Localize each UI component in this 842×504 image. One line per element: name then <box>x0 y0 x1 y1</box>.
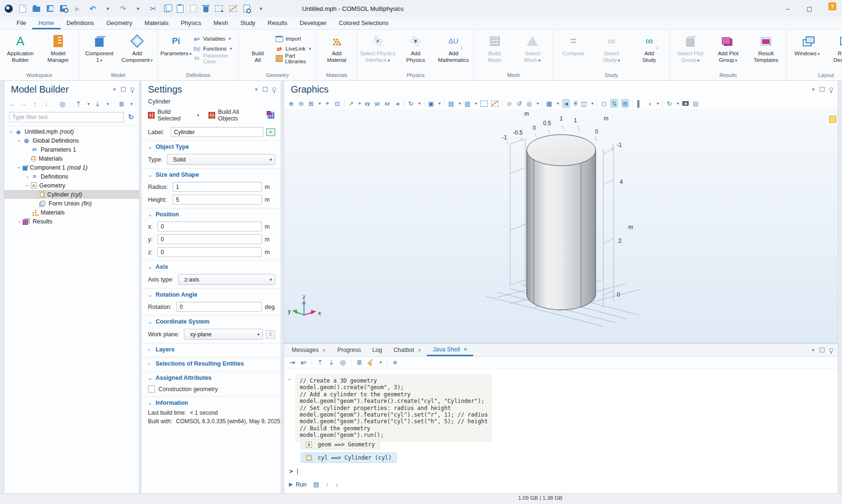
menu-results[interactable]: Results <box>261 17 294 29</box>
tree-chevron-icon[interactable]: › <box>25 182 30 189</box>
save-find-icon[interactable] <box>60 5 67 12</box>
maximize-button[interactable]: ▢ <box>799 0 820 17</box>
tree-item-geometry[interactable]: ›Geometry <box>4 181 139 190</box>
line-list-icon[interactable] <box>356 359 363 366</box>
undo-icon[interactable] <box>88 4 97 13</box>
tab-progress[interactable]: Progress <box>331 344 366 356</box>
next-command-icon[interactable]: ↓ <box>335 481 339 488</box>
zoom-in-icon[interactable] <box>288 100 295 107</box>
chevron-down-icon[interactable]: ▾ <box>459 101 461 106</box>
work-plane-icon[interactable] <box>266 330 275 339</box>
hide-icon[interactable] <box>506 100 512 107</box>
menu-mesh[interactable]: Mesh <box>208 17 234 29</box>
ribbon-livelink[interactable]: LiveLink▾ <box>276 44 314 53</box>
pin-panel-icon[interactable] <box>828 86 834 92</box>
refresh-icon[interactable] <box>128 113 134 121</box>
menu-definitions[interactable]: Definitions <box>61 17 100 29</box>
sync-icon[interactable] <box>666 100 673 107</box>
show-icon[interactable] <box>59 100 66 108</box>
deselect-box-icon[interactable] <box>229 5 237 12</box>
chevron-down-icon[interactable] <box>104 4 112 13</box>
pin-panel-icon[interactable] <box>130 86 135 92</box>
play-icon[interactable] <box>73 4 82 13</box>
axis-type-select[interactable]: z-axis▾ <box>178 274 275 285</box>
ribbon-add-component[interactable]: AddComponent▾ <box>119 33 156 65</box>
ribbon-windows[interactable]: Windows▾ <box>789 33 825 58</box>
scene-box-icon[interactable] <box>546 100 553 107</box>
close-icon[interactable]: ✕ <box>322 348 326 353</box>
palette-icon[interactable] <box>646 100 652 107</box>
open-file-icon[interactable] <box>33 7 40 12</box>
ribbon-reset-desktop[interactable]: ResetDesktop▾ <box>826 33 842 65</box>
zoom-selected-icon[interactable] <box>334 100 341 107</box>
build-selected-button[interactable]: Build Selected <box>157 109 193 122</box>
rotate-sel-icon[interactable] <box>516 100 522 107</box>
view-xy-icon[interactable] <box>364 100 371 107</box>
snapshot-icon[interactable] <box>682 101 689 106</box>
var-names-icon[interactable] <box>300 359 307 366</box>
menu-developer[interactable]: Developer <box>294 17 333 29</box>
clear-icon[interactable] <box>367 359 374 366</box>
close-icon[interactable]: ✕ <box>463 347 467 352</box>
section-assigned-attributes[interactable]: ⌄Assigned Attributes <box>141 371 281 384</box>
image-settings-icon[interactable] <box>464 100 471 107</box>
section-rotation-angle[interactable]: ⌄Rotation Angle <box>141 288 281 300</box>
ribbon-compute[interactable]: Compute <box>555 33 592 58</box>
expand-all-icon[interactable] <box>95 100 101 108</box>
chevron-down-icon[interactable]: ▾ <box>359 101 361 106</box>
prev-command-icon[interactable]: ↑ <box>326 481 329 488</box>
menu-materials[interactable]: Materials <box>139 17 175 29</box>
height-field[interactable] <box>173 195 262 205</box>
float-panel-icon[interactable] <box>820 87 825 92</box>
tab-messages[interactable]: Messages✕ <box>286 344 331 356</box>
menu-file[interactable]: File <box>10 17 32 29</box>
build-preceding-icon[interactable] <box>268 112 274 119</box>
ribbon-parameters[interactable]: Parameters▾ <box>160 33 192 58</box>
construction-geometry-checkbox[interactable] <box>148 385 155 393</box>
pin-panel-icon[interactable] <box>828 347 834 353</box>
chevron-down-icon[interactable]: ▾ <box>418 101 421 106</box>
tree-item-results[interactable]: ›Results <box>4 217 139 226</box>
zoom-box-icon[interactable] <box>308 100 314 107</box>
run-icon[interactable]: ▶ <box>289 481 293 487</box>
tree-item-parameters-1[interactable]: Parameters 1 <box>4 145 139 154</box>
axis-ind-icon[interactable] <box>610 99 618 108</box>
plot-settings-icon[interactable] <box>448 100 454 107</box>
ribbon-model-manager[interactable]: ModelManager <box>40 33 77 64</box>
move-down-icon[interactable] <box>43 100 50 108</box>
menu-colored-selections[interactable]: Colored Selections <box>333 17 395 29</box>
run-button[interactable]: Run <box>295 481 306 488</box>
java-shell-content[interactable]: ⌄ // Create a 3D geometrymodel.geom().cr… <box>284 368 838 495</box>
forward-icon[interactable] <box>20 100 27 108</box>
chevron-down-icon[interactable]: ▾ <box>537 101 539 106</box>
float-panel-icon[interactable] <box>121 87 126 92</box>
build-all-objects-button[interactable]: Build All Objects <box>218 109 258 122</box>
tree-chevron-icon[interactable]: › <box>17 137 22 144</box>
ribbon-import[interactable]: Import <box>276 34 314 43</box>
ribbon-variables[interactable]: Variables▾ <box>193 34 236 43</box>
grid-icon[interactable] <box>621 99 629 108</box>
chevron-down-icon[interactable]: ▾ <box>87 102 90 106</box>
ribbon-functions[interactable]: Functions▾ <box>193 44 236 53</box>
ribbon-select-study[interactable]: SelectStudy▾ <box>593 33 630 65</box>
tree-item-materials[interactable]: Materials <box>4 208 139 217</box>
panel-menu-icon[interactable]: ▾ <box>810 347 816 353</box>
tree-item-materials[interactable]: Materials <box>4 154 139 163</box>
chevron-down-icon[interactable]: ▾ <box>380 360 382 365</box>
view-xz-icon[interactable] <box>384 100 391 107</box>
menu-geometry[interactable]: Geometry <box>100 17 139 29</box>
show-icon[interactable] <box>339 359 346 366</box>
scene-camera-icon[interactable] <box>394 100 400 107</box>
ribbon-add-plot-group[interactable]: Add PlotGroup▾ <box>710 33 747 65</box>
tree-chevron-icon[interactable]: › <box>16 219 23 224</box>
chevron-down-icon[interactable]: ▾ <box>657 101 659 106</box>
x-field[interactable] <box>157 222 262 231</box>
work-plane-select[interactable]: xy-plane▾ <box>184 329 263 340</box>
ribbon-add-material[interactable]: AddMaterial <box>318 33 355 64</box>
collapse-all-icon[interactable] <box>317 359 323 366</box>
chevron-down-icon[interactable]: ▾ <box>591 101 594 106</box>
menu-home[interactable]: Home <box>32 17 60 29</box>
section-selections[interactable]: ›Selections of Resulting Entities <box>141 357 281 369</box>
rotate-icon[interactable] <box>408 100 414 107</box>
tree-item-global-definitions[interactable]: ›Global Definitions <box>4 136 139 145</box>
